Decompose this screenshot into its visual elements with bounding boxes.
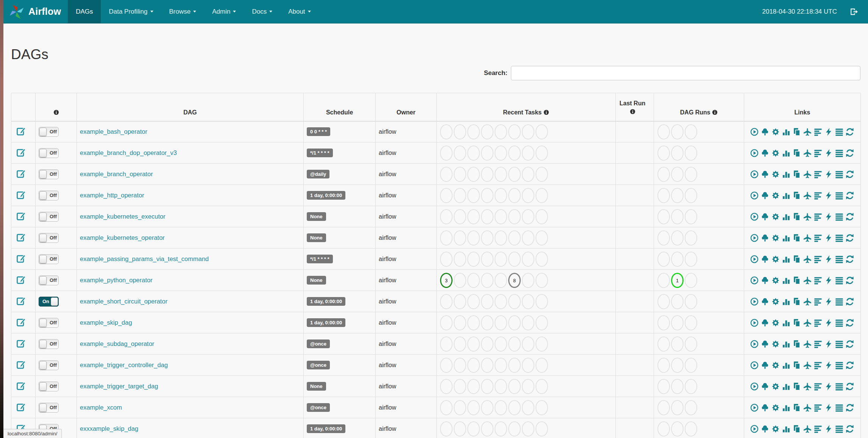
link-code-view[interactable] bbox=[824, 149, 833, 157]
link-trigger-dag[interactable] bbox=[750, 361, 759, 369]
task-state-circle[interactable] bbox=[522, 294, 534, 309]
task-state-circle[interactable] bbox=[508, 167, 521, 182]
task-state-circle[interactable] bbox=[508, 400, 521, 415]
link-refresh[interactable] bbox=[846, 255, 854, 263]
task-state-circle[interactable] bbox=[535, 145, 548, 161]
task-state-circle[interactable] bbox=[522, 252, 534, 267]
link-gantt-view[interactable] bbox=[814, 425, 822, 433]
dag-pause-toggle[interactable]: Off bbox=[39, 212, 59, 222]
task-state-circle[interactable] bbox=[657, 315, 670, 330]
dag-pause-toggle[interactable]: Off bbox=[39, 169, 59, 179]
link-task-duration[interactable] bbox=[782, 297, 790, 306]
link-gantt-view[interactable] bbox=[814, 149, 822, 157]
link-refresh[interactable] bbox=[846, 425, 854, 433]
dag-pause-toggle[interactable]: Off bbox=[39, 191, 59, 200]
task-state-circle[interactable] bbox=[522, 336, 534, 352]
task-state-circle[interactable] bbox=[467, 315, 480, 330]
link-graph-view[interactable] bbox=[771, 255, 780, 263]
link-refresh[interactable] bbox=[846, 128, 854, 136]
link-gantt-view[interactable] bbox=[814, 361, 822, 369]
dag-link[interactable]: example_branch_operator bbox=[80, 171, 153, 177]
task-state-circle[interactable] bbox=[495, 358, 507, 373]
task-state-circle[interactable] bbox=[685, 379, 697, 394]
dag-pause-toggle[interactable]: Off bbox=[39, 233, 59, 243]
task-state-circle[interactable] bbox=[454, 294, 466, 309]
task-state-circle[interactable] bbox=[657, 209, 670, 224]
link-task-duration[interactable] bbox=[782, 276, 790, 285]
task-state-circle[interactable] bbox=[440, 294, 453, 309]
task-state-circle[interactable] bbox=[481, 315, 493, 330]
link-tree-view[interactable] bbox=[761, 255, 769, 263]
link-code-view[interactable] bbox=[824, 404, 833, 412]
task-state-circle[interactable] bbox=[495, 294, 507, 309]
task-state-circle[interactable] bbox=[671, 124, 684, 139]
task-state-circle[interactable] bbox=[685, 230, 697, 246]
task-state-circle[interactable] bbox=[454, 400, 466, 415]
link-gantt-view[interactable] bbox=[814, 128, 822, 136]
task-state-circle[interactable] bbox=[685, 145, 697, 161]
task-state-circle[interactable] bbox=[685, 252, 697, 267]
task-state-circle[interactable] bbox=[685, 167, 697, 182]
link-tree-view[interactable] bbox=[761, 149, 769, 157]
link-code-view[interactable] bbox=[824, 297, 833, 306]
task-state-circle[interactable] bbox=[535, 421, 548, 436]
link-task-tries[interactable] bbox=[793, 382, 801, 391]
link-tree-view[interactable] bbox=[761, 425, 769, 433]
task-state-circle[interactable] bbox=[481, 358, 493, 373]
task-state-circle[interactable] bbox=[440, 421, 453, 436]
link-graph-view[interactable] bbox=[771, 128, 780, 136]
link-task-duration[interactable] bbox=[782, 404, 790, 412]
task-state-circle[interactable] bbox=[508, 252, 521, 267]
task-state-circle[interactable] bbox=[481, 273, 493, 288]
task-state-circle[interactable] bbox=[508, 358, 521, 373]
link-refresh[interactable] bbox=[846, 404, 854, 412]
link-tree-view[interactable] bbox=[761, 234, 769, 242]
task-state-circle[interactable] bbox=[467, 400, 480, 415]
link-landing-times[interactable] bbox=[803, 213, 812, 221]
task-state-circle[interactable] bbox=[657, 145, 670, 161]
dag-pause-toggle[interactable]: Off bbox=[39, 127, 59, 137]
task-state-circle[interactable] bbox=[685, 124, 697, 139]
task-state-circle[interactable] bbox=[671, 336, 684, 352]
task-state-circle[interactable] bbox=[657, 230, 670, 246]
link-log-view[interactable] bbox=[835, 255, 843, 263]
dag-link[interactable]: example_kubernetes_operator bbox=[80, 234, 165, 241]
link-trigger-dag[interactable] bbox=[750, 191, 759, 200]
task-state-circle[interactable] bbox=[467, 273, 480, 288]
link-tree-view[interactable] bbox=[761, 297, 769, 306]
task-state-circle[interactable] bbox=[522, 379, 534, 394]
task-state-circle[interactable] bbox=[522, 273, 534, 288]
link-code-view[interactable] bbox=[824, 425, 833, 433]
dag-link[interactable]: example_skip_dag bbox=[80, 319, 132, 326]
edit-dag-button[interactable] bbox=[17, 127, 26, 136]
link-graph-view[interactable] bbox=[771, 234, 780, 242]
dag-link[interactable]: example_python_operator bbox=[80, 277, 153, 283]
link-log-view[interactable] bbox=[835, 149, 843, 157]
edit-dag-button[interactable] bbox=[17, 402, 26, 411]
nav-item-docs[interactable]: Docs bbox=[244, 0, 280, 23]
task-state-circle[interactable]: 3 bbox=[440, 273, 453, 288]
task-state-circle[interactable] bbox=[495, 379, 507, 394]
task-state-circle[interactable] bbox=[467, 230, 480, 246]
task-state-circle[interactable] bbox=[535, 188, 548, 203]
link-landing-times[interactable] bbox=[803, 128, 812, 136]
link-landing-times[interactable] bbox=[803, 425, 812, 433]
task-state-circle[interactable] bbox=[522, 400, 534, 415]
link-log-view[interactable] bbox=[835, 213, 843, 221]
dag-link[interactable]: example_xcom bbox=[80, 404, 122, 411]
link-graph-view[interactable] bbox=[771, 170, 780, 178]
link-trigger-dag[interactable] bbox=[750, 319, 759, 327]
task-state-circle[interactable] bbox=[495, 336, 507, 352]
task-state-circle[interactable] bbox=[481, 400, 493, 415]
link-code-view[interactable] bbox=[824, 191, 833, 200]
task-state-circle[interactable] bbox=[522, 209, 534, 224]
dag-pause-toggle[interactable]: Off bbox=[39, 339, 59, 349]
link-code-view[interactable] bbox=[824, 128, 833, 136]
dag-link[interactable]: example_short_circuit_operator bbox=[80, 298, 167, 305]
link-code-view[interactable] bbox=[824, 319, 833, 327]
edit-dag-button[interactable] bbox=[17, 169, 26, 178]
task-state-circle[interactable] bbox=[535, 230, 548, 246]
task-state-circle[interactable] bbox=[454, 358, 466, 373]
task-state-circle[interactable] bbox=[671, 421, 684, 436]
link-task-duration[interactable] bbox=[782, 361, 790, 369]
